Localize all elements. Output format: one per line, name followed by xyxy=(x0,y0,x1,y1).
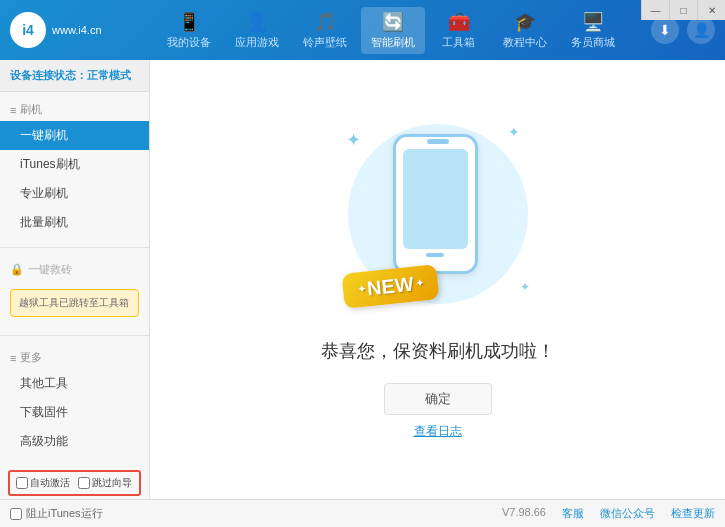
flash-group-title: ≡刷机 xyxy=(0,98,149,121)
auto-activate-input[interactable] xyxy=(16,477,28,489)
more-group: ≡更多 其他工具 下载固件 高级功能 xyxy=(0,340,149,462)
apps-games-icon: 👤 xyxy=(246,11,268,33)
flash-group: ≡刷机 一键刷机 iTunes刷机 专业刷机 批量刷机 xyxy=(0,92,149,243)
phone-illustration: ✦ ✦ ✦ ✦NEW✦ xyxy=(338,119,538,319)
service-icon: 🖥️ xyxy=(582,11,604,33)
rescue-group: 🔒一键救砖 越狱工具已跳转至工具箱 xyxy=(0,252,149,331)
sidebar-divider-2 xyxy=(0,335,149,336)
new-badge-text: ✦NEW✦ xyxy=(355,272,424,302)
main-content: ✦ ✦ ✦ ✦NEW✦ 恭喜您，保资料刷机成功啦！ 确定 查看日志 xyxy=(150,60,725,499)
nav-tabs: 📱 我的设备 👤 应用游戏 🎵 铃声壁纸 🔄 智能刷机 🧰 工具箱 🎓 教程中心… xyxy=(130,7,651,54)
block-itunes-label: 阻止iTunes运行 xyxy=(26,506,103,521)
my-device-icon: 📱 xyxy=(178,11,200,33)
close-button[interactable]: ✕ xyxy=(697,0,725,20)
sidebar-item-other-tools[interactable]: 其他工具 xyxy=(0,369,149,398)
phone-notch-bottom xyxy=(426,253,444,257)
rescue-group-title: 🔒一键救砖 xyxy=(0,258,149,281)
header-right: ⬇ 👤 xyxy=(651,16,715,44)
logo-icon: i4 xyxy=(10,12,46,48)
sidebar: 设备连接状态：正常模式 ≡刷机 一键刷机 iTunes刷机 专业刷机 批量刷机 … xyxy=(0,60,150,499)
sidebar-item-batch-flash[interactable]: 批量刷机 xyxy=(0,208,149,237)
nav-tab-my-device[interactable]: 📱 我的设备 xyxy=(157,7,221,54)
sidebar-divider-1 xyxy=(0,247,149,248)
version-label: V7.98.66 xyxy=(502,506,546,521)
sparkle-br-icon: ✦ xyxy=(520,280,530,294)
nav-tab-apps-games[interactable]: 👤 应用游戏 xyxy=(225,7,289,54)
success-message: 恭喜您，保资料刷机成功啦！ xyxy=(321,339,555,363)
nav-tab-service[interactable]: 🖥️ 务员商城 xyxy=(561,7,625,54)
skip-guide-checkbox[interactable]: 跳过向导 xyxy=(78,476,132,490)
phone-screen xyxy=(403,149,468,249)
smart-flash-icon: 🔄 xyxy=(382,11,404,33)
ringtone-icon: 🎵 xyxy=(314,11,336,33)
auto-activate-checkbox[interactable]: 自动激活 xyxy=(16,476,70,490)
minimize-button[interactable]: — xyxy=(641,0,669,20)
nav-tab-toolbox[interactable]: 🧰 工具箱 xyxy=(429,7,489,54)
footer-link-refresh[interactable]: 检查更新 xyxy=(671,506,715,521)
footer: 阻止iTunes运行 V7.98.66 客服 微信公众号 检查更新 xyxy=(0,499,725,527)
download-button[interactable]: ⬇ xyxy=(651,16,679,44)
sidebar-item-one-click-flash[interactable]: 一键刷机 xyxy=(0,121,149,150)
sidebar-item-pro-flash[interactable]: 专业刷机 xyxy=(0,179,149,208)
phone-body xyxy=(393,134,478,274)
footer-link-wechat[interactable]: 微信公众号 xyxy=(600,506,655,521)
auto-options-box: 自动激活 跳过向导 xyxy=(8,470,141,496)
tutorial-icon: 🎓 xyxy=(514,11,536,33)
maximize-button[interactable]: □ xyxy=(669,0,697,20)
logo-text: www.i4.cn xyxy=(52,23,102,37)
skip-guide-input[interactable] xyxy=(78,477,90,489)
footer-left: 阻止iTunes运行 xyxy=(10,506,103,521)
footer-link-home[interactable]: 客服 xyxy=(562,506,584,521)
rescue-notice: 越狱工具已跳转至工具箱 xyxy=(10,289,139,317)
block-itunes-checkbox[interactable] xyxy=(10,508,22,520)
view-log-link[interactable]: 查看日志 xyxy=(414,423,462,440)
sidebar-item-itunes-flash[interactable]: iTunes刷机 xyxy=(0,150,149,179)
sidebar-item-download-firmware[interactable]: 下载固件 xyxy=(0,398,149,427)
sparkle-tr-icon: ✦ xyxy=(508,124,520,140)
sparkle-tl-icon: ✦ xyxy=(346,129,361,151)
nav-tab-smart-flash[interactable]: 🔄 智能刷机 xyxy=(361,7,425,54)
confirm-button[interactable]: 确定 xyxy=(384,383,492,415)
user-button[interactable]: 👤 xyxy=(687,16,715,44)
sidebar-item-advanced[interactable]: 高级功能 xyxy=(0,427,149,456)
nav-tab-ringtone[interactable]: 🎵 铃声壁纸 xyxy=(293,7,357,54)
footer-right: V7.98.66 客服 微信公众号 检查更新 xyxy=(502,506,715,521)
phone-top-notch xyxy=(427,139,449,144)
nav-tab-tutorial[interactable]: 🎓 教程中心 xyxy=(493,7,557,54)
more-group-title: ≡更多 xyxy=(0,346,149,369)
toolbox-icon: 🧰 xyxy=(448,11,470,33)
connection-status: 设备连接状态：正常模式 xyxy=(0,60,149,92)
logo: i4 www.i4.cn xyxy=(10,12,130,48)
